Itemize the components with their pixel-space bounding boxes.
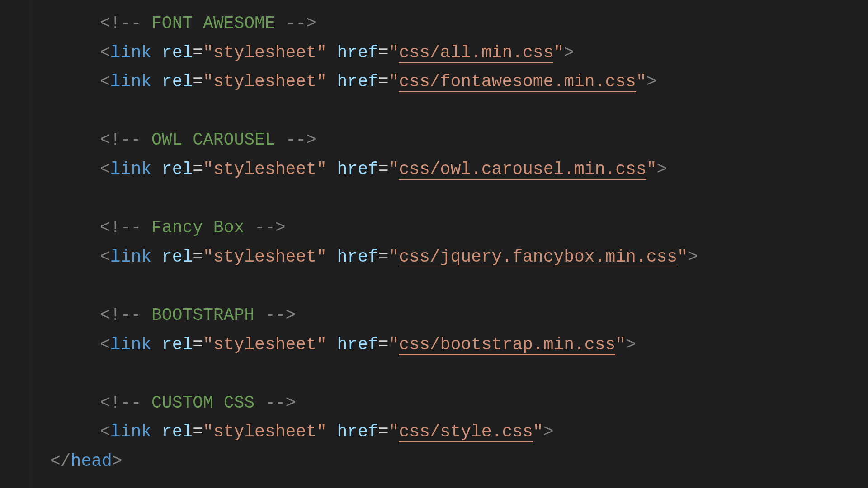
comment-text: CUSTOM CSS: [151, 393, 255, 413]
comment-text: Fancy Box: [151, 218, 244, 237]
string-quote: ": [389, 160, 399, 179]
attr-href: href: [337, 335, 378, 354]
string-quote: ": [677, 247, 688, 267]
blank-line: [32, 97, 698, 126]
attr-href-value[interactable]: css/jquery.fancybox.min.css: [399, 247, 677, 267]
code-line: <!-- FONT AWESOME -->: [32, 9, 698, 38]
tag-open-token: <: [100, 43, 110, 62]
tag-name: link: [110, 335, 151, 354]
attr-rel: rel: [162, 335, 193, 354]
tag-name: link: [110, 247, 151, 267]
attr-rel: rel: [162, 422, 193, 441]
attr-rel-value: "stylesheet": [203, 422, 327, 441]
equals-token: =: [378, 43, 389, 62]
comment-close-token: -->: [275, 14, 316, 33]
tag-close-token: >: [646, 72, 657, 91]
code-line: <!-- Fancy Box -->: [32, 213, 698, 243]
code-line: <link rel="stylesheet" href="css/jquery.…: [32, 243, 698, 272]
comment-close-token: -->: [244, 218, 285, 237]
equals-token: =: [193, 422, 203, 441]
equals-token: =: [378, 72, 389, 91]
comment-text: OWL CAROUSEL: [151, 130, 275, 150]
attr-href: href: [337, 43, 378, 62]
attr-rel-value: "stylesheet": [203, 72, 327, 91]
tag-open-token: <: [100, 72, 110, 91]
equals-token: =: [378, 422, 389, 441]
blank-line: [32, 272, 698, 301]
attr-rel: rel: [162, 72, 193, 91]
equals-token: =: [193, 72, 203, 91]
equals-token: =: [378, 247, 389, 267]
attr-rel-value: "stylesheet": [203, 335, 327, 354]
string-quote: ": [389, 247, 399, 267]
code-line: </head>: [32, 447, 698, 476]
code-line: <!-- CUSTOM CSS -->: [32, 389, 698, 418]
attr-rel: rel: [162, 247, 193, 267]
string-quote: ": [533, 422, 543, 441]
attr-href: href: [337, 72, 378, 91]
code-line: <link rel="stylesheet" href="css/fontawe…: [32, 67, 698, 97]
comment-close-token: -->: [255, 393, 296, 413]
code-line: <link rel="stylesheet" href="css/owl.car…: [32, 155, 698, 184]
tag-open-token: <: [100, 247, 110, 267]
attr-rel: rel: [162, 43, 193, 62]
string-quote: ": [389, 335, 399, 354]
tag-name: link: [110, 422, 151, 441]
tag-close-token: >: [657, 160, 667, 179]
blank-line: [32, 359, 698, 389]
tag-close-token: >: [564, 43, 574, 62]
string-quote: ": [389, 43, 399, 62]
closing-tag-open: </: [50, 451, 71, 471]
comment-text: BOOTSTRAPH: [151, 305, 255, 325]
attr-rel-value: "stylesheet": [203, 247, 327, 267]
attr-rel: rel: [162, 160, 193, 179]
string-quote: ": [553, 43, 564, 62]
string-quote: ": [646, 160, 657, 179]
comment-close-token: -->: [275, 130, 316, 150]
attr-href-value[interactable]: css/style.css: [399, 422, 533, 442]
code-line: <link rel="stylesheet" href="css/all.min…: [32, 38, 698, 68]
string-quote: ": [636, 72, 646, 91]
attr-rel-value: "stylesheet": [203, 160, 327, 179]
comment-open-token: <!--: [100, 305, 151, 325]
tag-open-token: <: [100, 335, 110, 354]
blank-line: [32, 184, 698, 214]
string-quote: ": [389, 72, 399, 91]
code-line: <link rel="stylesheet" href="css/style.c…: [32, 418, 698, 447]
code-line: <!-- BOOTSTRAPH -->: [32, 301, 698, 330]
comment-open-token: <!--: [100, 130, 151, 150]
equals-token: =: [193, 247, 203, 267]
code-editor[interactable]: <!-- FONT AWESOME --><link rel="styleshe…: [0, 0, 868, 488]
tag-close-token: >: [626, 335, 636, 354]
attr-href-value[interactable]: css/all.min.css: [399, 43, 553, 63]
equals-token: =: [193, 160, 203, 179]
attr-href-value[interactable]: css/bootstrap.min.css: [399, 335, 615, 355]
equals-token: =: [378, 335, 389, 354]
attr-href: href: [337, 422, 378, 441]
attr-rel-value: "stylesheet": [203, 43, 327, 62]
editor-gutter: [0, 0, 32, 488]
attr-href: href: [337, 247, 378, 267]
attr-href-value[interactable]: css/fontawesome.min.css: [399, 72, 636, 92]
comment-open-token: <!--: [100, 218, 151, 237]
comment-open-token: <!--: [100, 393, 151, 413]
closing-tag-name: head: [71, 451, 112, 471]
attr-href-value[interactable]: css/owl.carousel.min.css: [399, 160, 646, 180]
tag-open-token: <: [100, 160, 110, 179]
tag-close-token: >: [543, 422, 554, 441]
attr-href: href: [337, 160, 378, 179]
code-line: <!-- OWL CAROUSEL -->: [32, 126, 698, 155]
tag-name: link: [110, 43, 151, 62]
tag-name: link: [110, 72, 151, 91]
comment-close-token: -->: [255, 305, 296, 325]
closing-tag-close: >: [112, 451, 123, 471]
string-quote: ": [389, 422, 399, 441]
comment-open-token: <!--: [100, 14, 151, 33]
equals-token: =: [193, 43, 203, 62]
equals-token: =: [193, 335, 203, 354]
tag-name: link: [110, 160, 151, 179]
tag-open-token: <: [100, 422, 110, 441]
code-line: <link rel="stylesheet" href="css/bootstr…: [32, 330, 698, 360]
code-surface[interactable]: <!-- FONT AWESOME --><link rel="styleshe…: [32, 0, 698, 488]
comment-text: FONT AWESOME: [151, 14, 275, 33]
